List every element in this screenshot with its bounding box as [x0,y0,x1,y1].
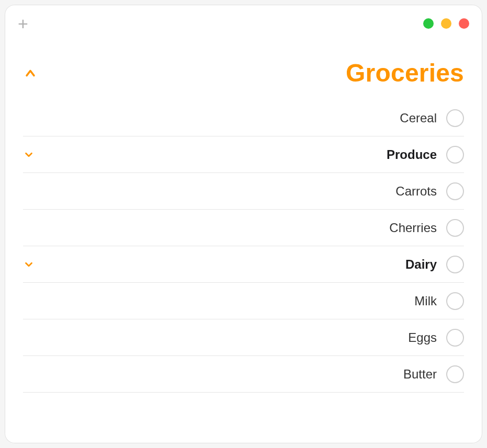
item-label: Cereal [400,111,437,125]
item-label: Carrots [395,184,437,199]
list-item[interactable]: Cherries [23,210,464,246]
minimize-button[interactable] [423,18,434,29]
list-title: Groceries [346,59,464,87]
check-circle[interactable] [446,329,464,347]
check-circle[interactable] [446,256,464,273]
item-label: Produce [387,147,437,162]
item-label: Butter [403,367,437,382]
window-controls [423,18,469,29]
reminders-window: + Groceries Cereal [5,5,482,443]
item-label: Milk [414,294,437,308]
collapse-all-icon[interactable] [23,66,38,81]
list-item[interactable]: Eggs [23,319,464,356]
add-reminder-button[interactable]: + [18,15,28,32]
check-circle[interactable] [446,146,464,164]
list-item[interactable]: Carrots [23,173,464,210]
item-label: Cherries [389,221,437,235]
chevron-down-icon[interactable] [23,259,35,270]
check-circle[interactable] [446,292,464,310]
list-item[interactable]: Produce [23,136,464,173]
list-item[interactable]: Dairy [23,246,464,283]
titlebar: + [5,5,482,38]
reminder-list: Cereal Produce Carrots [5,100,482,393]
chevron-down-icon[interactable] [23,149,35,160]
list-item[interactable]: Milk [23,283,464,319]
list-item[interactable]: Butter [23,356,464,393]
check-circle[interactable] [446,109,464,127]
item-label: Dairy [405,257,437,272]
list-item[interactable]: Cereal [23,100,464,136]
check-circle[interactable] [446,219,464,237]
maximize-button[interactable] [441,18,451,29]
list-header: Groceries [5,38,482,100]
check-circle[interactable] [446,182,464,200]
close-button[interactable] [459,18,469,29]
check-circle[interactable] [446,365,464,383]
item-label: Eggs [408,330,437,345]
